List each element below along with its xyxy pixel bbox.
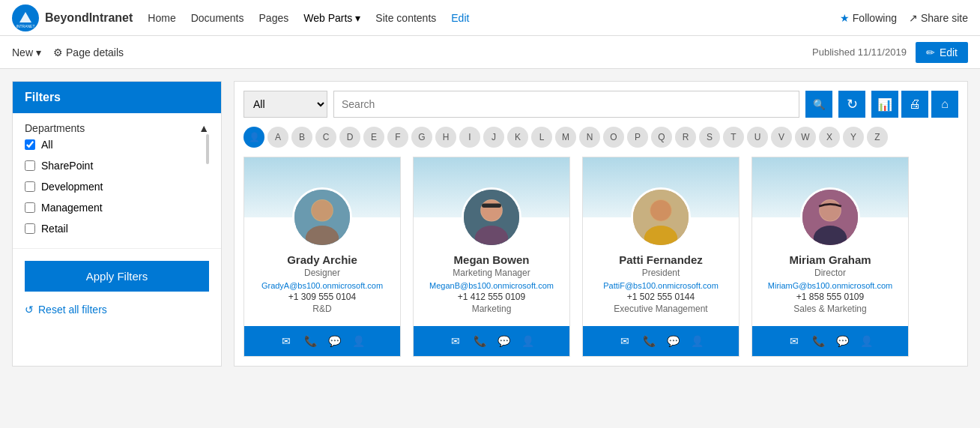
alpha-btn-g[interactable]: G xyxy=(411,127,432,148)
email-grady-button[interactable]: ✉ xyxy=(277,332,295,350)
alpha-btn-k[interactable]: K xyxy=(507,127,528,148)
search-button[interactable]: 🔍 xyxy=(805,91,832,118)
filter-checkbox-management[interactable] xyxy=(25,202,35,213)
chat-miriam-button[interactable]: 💬 xyxy=(833,332,851,350)
alpha-btn-d[interactable]: D xyxy=(339,127,360,148)
person-email-miriam: MiriamG@bs100.onmicrosoft.com xyxy=(761,281,899,290)
chat-grady-button[interactable]: 💬 xyxy=(325,332,343,350)
phone-miriam-button[interactable]: 📞 xyxy=(809,332,827,350)
alpha-btn-l[interactable]: L xyxy=(531,127,552,148)
alpha-btn-b[interactable]: B xyxy=(291,127,312,148)
page-details-button[interactable]: ⚙ Page details xyxy=(53,46,124,58)
alpha-btn-e[interactable]: E xyxy=(363,127,384,148)
share-button[interactable]: ↗ Share site xyxy=(909,12,968,24)
alpha-btn-t[interactable]: T xyxy=(723,127,744,148)
person-name-megan: Megan Bowen xyxy=(423,253,560,266)
print-button[interactable]: 🖨 xyxy=(901,91,928,118)
email-megan-button[interactable]: ✉ xyxy=(447,332,465,350)
person-dept-grady: R&D xyxy=(253,304,391,314)
alpha-btn-s[interactable]: S xyxy=(699,127,720,148)
refresh-button[interactable]: ↻ xyxy=(838,91,865,118)
chat-patti-button[interactable]: 💬 xyxy=(664,332,682,350)
alpha-btn-c[interactable]: C xyxy=(315,127,336,148)
person-title-megan: Marketing Manager xyxy=(423,268,560,278)
search-select[interactable]: All Name Department Title xyxy=(244,91,327,118)
nav-pages[interactable]: Pages xyxy=(259,12,289,24)
profile-megan-button[interactable]: 👤 xyxy=(518,332,536,350)
person-card-megan: Megan Bowen Marketing Manager MeganB@bs1… xyxy=(413,157,570,357)
home-view-button[interactable]: ⌂ xyxy=(931,91,958,118)
phone-grady-button[interactable]: 📞 xyxy=(301,332,319,350)
person-icon: 👤 xyxy=(249,132,260,142)
alpha-btn-a[interactable]: A xyxy=(267,127,288,148)
home-icon: ⌂ xyxy=(941,97,949,111)
filters-header: Filters xyxy=(13,82,221,113)
nav-site-contents[interactable]: Site contents xyxy=(375,12,436,24)
alphabet-filter: 👤 A B C D E F G H I J K L M N O P Q R S … xyxy=(244,127,958,148)
filter-checkbox-all[interactable] xyxy=(25,139,35,150)
main-content: Filters Departments ▲ All SharePoint xyxy=(0,69,980,379)
reset-icon: ↺ xyxy=(25,304,34,316)
filter-checkbox-development[interactable] xyxy=(25,181,35,192)
alpha-btn-p[interactable]: P xyxy=(627,127,648,148)
nav-web-parts[interactable]: Web Parts ▾ xyxy=(303,12,360,24)
alpha-btn-n[interactable]: N xyxy=(579,127,600,148)
alpha-btn-y[interactable]: Y xyxy=(843,127,864,148)
chat-megan-button[interactable]: 💬 xyxy=(494,332,512,350)
alpha-btn-r[interactable]: R xyxy=(675,127,696,148)
departments-header[interactable]: Departments ▲ xyxy=(25,122,209,134)
person-actions-grady: ✉ 📞 💬 👤 xyxy=(244,326,400,356)
person-email-grady: GradyA@bs100.onmicrosoft.com xyxy=(253,281,391,290)
filter-item-retail: Retail xyxy=(25,218,209,239)
nav-home[interactable]: Home xyxy=(148,12,175,24)
profile-miriam-button[interactable]: 👤 xyxy=(857,332,875,350)
person-actions-miriam: ✉ 📞 💬 👤 xyxy=(752,326,908,356)
filters-panel: Filters Departments ▲ All SharePoint xyxy=(12,81,222,367)
alpha-btn-j[interactable]: J xyxy=(483,127,504,148)
person-email-megan: MeganB@bs100.onmicrosoft.com xyxy=(423,281,560,290)
excel-export-button[interactable]: 📊 xyxy=(871,91,898,118)
edit-page-button[interactable]: ✏ Edit xyxy=(916,42,968,63)
alpha-btn-w[interactable]: W xyxy=(795,127,816,148)
alpha-btn-m[interactable]: M xyxy=(555,127,576,148)
phone-patti-button[interactable]: 📞 xyxy=(640,332,658,350)
site-title: BeyondIntranet xyxy=(45,11,133,25)
email-miriam-button[interactable]: ✉ xyxy=(785,332,803,350)
apply-filters-button[interactable]: Apply Filters xyxy=(25,261,209,292)
chevron-down-icon: ▾ xyxy=(355,12,360,24)
person-phone-grady: +1 309 555 0104 xyxy=(253,292,391,302)
filter-checkbox-retail[interactable] xyxy=(25,223,35,234)
reset-filters-button[interactable]: ↺ Reset all filters xyxy=(25,304,107,316)
alpha-btn-x[interactable]: X xyxy=(819,127,840,148)
profile-patti-button[interactable]: 👤 xyxy=(688,332,706,350)
nav-edit[interactable]: Edit xyxy=(451,12,469,24)
alpha-btn-h[interactable]: H xyxy=(435,127,456,148)
alpha-btn-f[interactable]: F xyxy=(387,127,408,148)
filter-item-all: All xyxy=(25,134,209,155)
filter-checkbox-sharepoint[interactable] xyxy=(25,160,35,171)
alpha-btn-u[interactable]: U xyxy=(747,127,768,148)
alpha-btn-i[interactable]: I xyxy=(459,127,480,148)
phone-megan-button[interactable]: 📞 xyxy=(471,332,489,350)
profile-grady-button[interactable]: 👤 xyxy=(349,332,367,350)
command-bar: New ▾ ⚙ Page details Published 11/11/201… xyxy=(0,36,980,69)
alpha-btn-q[interactable]: Q xyxy=(651,127,672,148)
filter-item-sharepoint: SharePoint xyxy=(25,155,209,176)
email-patti-button[interactable]: ✉ xyxy=(616,332,634,350)
alpha-btn-o[interactable]: O xyxy=(603,127,624,148)
new-button[interactable]: New ▾ xyxy=(12,46,41,58)
person-name-grady: Grady Archie xyxy=(253,253,391,266)
person-email-patti: PattiF@bs100.onmicrosoft.com xyxy=(592,281,730,290)
pencil-icon: ✏ xyxy=(926,46,935,58)
alpha-btn-v[interactable]: V xyxy=(771,127,792,148)
filter-item-management: Management xyxy=(25,197,209,218)
nav-documents[interactable]: Documents xyxy=(191,12,244,24)
alpha-btn-z[interactable]: Z xyxy=(867,127,888,148)
search-input[interactable] xyxy=(334,98,799,110)
svg-rect-11 xyxy=(482,204,501,208)
search-input-wrapper xyxy=(333,91,799,118)
following-button[interactable]: ★ Following xyxy=(840,12,897,24)
top-nav: INTRANET BeyondIntranet Home Documents P… xyxy=(0,0,980,36)
alpha-btn-person[interactable]: 👤 xyxy=(244,127,264,148)
filter-scroll-bar[interactable] xyxy=(206,134,209,164)
